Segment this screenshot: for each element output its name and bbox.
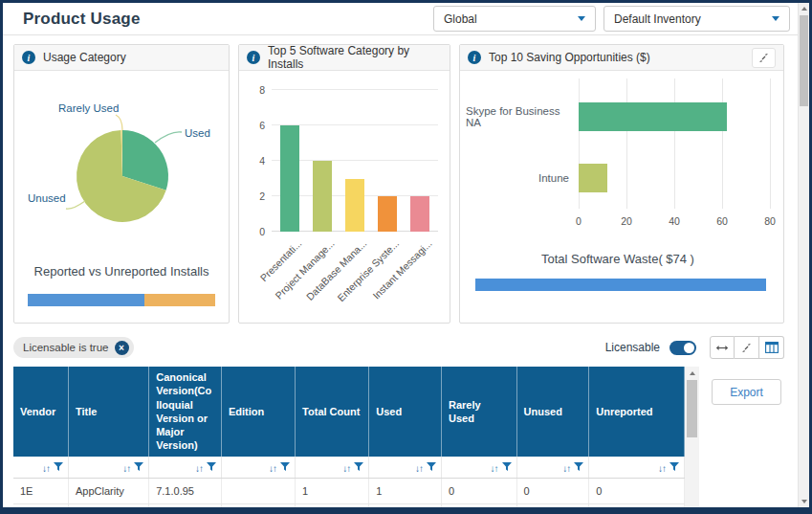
column-chooser-button[interactable] xyxy=(759,336,784,359)
scroll-up-icon[interactable] xyxy=(685,368,699,379)
sort-icon[interactable]: ↓↑ xyxy=(491,463,498,474)
unreported-segment xyxy=(144,294,215,306)
sort-icon[interactable]: ↓↑ xyxy=(269,463,276,474)
column-header[interactable]: Unused xyxy=(516,367,589,457)
table-cell: 0 xyxy=(442,478,517,503)
page-title: Product Usage xyxy=(23,10,141,29)
sort-icon[interactable]: ↓↑ xyxy=(658,463,666,474)
page-scrollbar[interactable] xyxy=(798,3,809,507)
pie-label-used: Used xyxy=(185,127,210,139)
scroll-down-icon[interactable] xyxy=(799,496,809,507)
reported-vs-unreported-bar[interactable] xyxy=(28,294,215,306)
bar[interactable] xyxy=(345,179,364,233)
table-header-row: VendorTitleCanonical Version(Colloquial … xyxy=(13,367,685,457)
leader-line-rarely-used xyxy=(116,115,122,130)
table-cell: AppClarity xyxy=(69,478,149,503)
sort-icon[interactable]: ↓↑ xyxy=(562,463,570,474)
table-cell: 0 xyxy=(369,503,442,514)
saving-plot-area xyxy=(579,86,770,209)
filter-icon[interactable] xyxy=(207,462,216,472)
licensable-toggle[interactable] xyxy=(669,341,696,355)
filter-icon[interactable] xyxy=(427,462,436,472)
saving-chart[interactable]: Skype for Business NAIntune 020406080 To… xyxy=(460,71,783,291)
expand-chart-button[interactable] xyxy=(752,48,776,68)
dashboard-content: i Usage Category Rarely Used Used Unused xyxy=(3,35,798,514)
column-header[interactable]: Canonical Version(Colloquial Version or … xyxy=(149,367,222,457)
table-row[interactable]: 1EAppClarity7.1.0.9511000 xyxy=(13,478,685,503)
expand-diagonal-icon xyxy=(757,52,770,64)
sort-filter-cell: ↓↑ xyxy=(369,457,442,479)
table-cell: 0 xyxy=(516,503,589,514)
sort-filter-cell: ↓↑ xyxy=(69,457,149,479)
column-header[interactable]: Vendor xyxy=(13,367,69,457)
bar[interactable] xyxy=(280,125,299,232)
column-header[interactable]: Title xyxy=(69,367,149,457)
top5-bar-chart[interactable]: 02468 xyxy=(272,90,438,232)
sort-icon[interactable]: ↓↑ xyxy=(42,463,50,474)
fit-columns-button[interactable] xyxy=(710,336,735,359)
bar[interactable] xyxy=(579,102,727,131)
inventory-select[interactable]: Default Inventory xyxy=(604,6,790,32)
filter-chip-licensable[interactable]: Licensable is true × xyxy=(13,337,134,358)
table-row[interactable]: 1EApplication Migration3.0.0.010001 xyxy=(13,503,685,514)
table-scrollbar-thumb[interactable] xyxy=(687,380,697,437)
scope-select[interactable]: Global xyxy=(433,6,596,32)
expand-grid-button[interactable] xyxy=(735,336,759,359)
column-header[interactable]: Rarely Used xyxy=(442,367,517,457)
bar[interactable] xyxy=(378,196,397,232)
info-icon[interactable]: i xyxy=(247,51,260,64)
filter-chip-label: Licensable is true xyxy=(23,342,109,353)
filter-icon[interactable] xyxy=(502,462,512,472)
sort-filter-cell: ↓↑ xyxy=(442,457,517,479)
x-axis-label: Instant Messagi... xyxy=(410,235,429,311)
pie-label-rarely-used: Rarely Used xyxy=(58,102,119,114)
column-header[interactable]: Total Count xyxy=(296,367,369,457)
bar[interactable] xyxy=(313,161,332,232)
saving-x-axis: 020406080 xyxy=(466,215,770,229)
total-waste-bar xyxy=(475,279,766,291)
usage-category-panel: i Usage Category Rarely Used Used Unused xyxy=(13,44,230,324)
filter-icon[interactable] xyxy=(669,462,679,472)
bar[interactable] xyxy=(579,164,607,192)
column-header[interactable]: Used xyxy=(369,367,442,457)
sort-icon[interactable]: ↓↑ xyxy=(415,463,423,474)
table-scrollbar[interactable] xyxy=(685,367,699,514)
sort-icon[interactable]: ↓↑ xyxy=(342,463,350,474)
category-label: Intune xyxy=(466,147,579,209)
scroll-up-icon[interactable] xyxy=(799,3,809,14)
bars xyxy=(272,90,438,232)
filter-icon[interactable] xyxy=(574,462,583,472)
column-header[interactable]: Unreported xyxy=(589,367,685,457)
x-axis-tick: 80 xyxy=(764,215,776,227)
total-waste-bar-wrap xyxy=(475,279,766,291)
top5-body: 02468 Presentati...Project Manage...Data… xyxy=(239,90,450,342)
sort-filter-cell: ↓↑ xyxy=(221,457,295,479)
bar[interactable] xyxy=(410,196,429,232)
table-cell: 3.0.0.0 xyxy=(149,503,222,514)
table-cell: 1E xyxy=(13,478,69,503)
saving-panel: i Top 10 Saving Opportunities ($) xyxy=(459,44,784,324)
scope-select-value: Global xyxy=(444,12,477,26)
filter-icon[interactable] xyxy=(134,462,143,472)
usage-pie-chart[interactable] xyxy=(14,73,229,235)
sort-filter-cell: ↓↑ xyxy=(516,457,589,479)
filter-icon[interactable] xyxy=(280,462,290,472)
category-label: Skype for Business NA xyxy=(466,86,579,147)
page-scrollbar-thumb[interactable] xyxy=(800,15,808,106)
info-icon[interactable]: i xyxy=(22,51,35,64)
sort-icon[interactable]: ↓↑ xyxy=(195,463,203,474)
export-button[interactable]: Export xyxy=(712,379,781,405)
filter-icon[interactable] xyxy=(354,462,363,472)
reported-vs-unreported-title: Reported vs Unreported Installs xyxy=(14,264,229,279)
close-icon[interactable]: × xyxy=(115,341,129,355)
table-cell xyxy=(221,503,295,514)
products-table: VendorTitleCanonical Version(Colloquial … xyxy=(13,367,685,514)
table-cell: 1 xyxy=(369,478,442,503)
saving-body: Skype for Business NAIntune 020406080 To… xyxy=(460,71,783,323)
sort-icon[interactable]: ↓↑ xyxy=(122,463,130,474)
top5-panel: i Top 5 Software Category by Installs 02… xyxy=(238,44,450,324)
filter-icon[interactable] xyxy=(54,462,63,472)
toggle-knob xyxy=(684,343,694,353)
column-header[interactable]: Edition xyxy=(221,367,295,457)
info-icon[interactable]: i xyxy=(468,51,481,64)
